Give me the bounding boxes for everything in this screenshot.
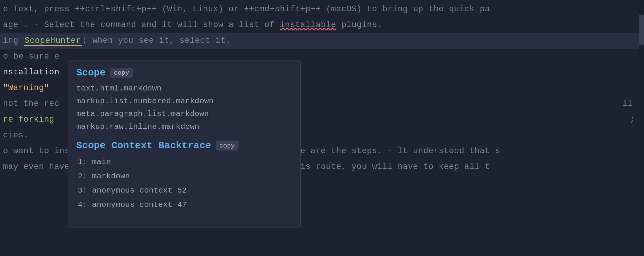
line1-or: or <box>228 5 239 14</box>
backtrace-list: 1: main 2: markdown 3: anonymous context… <box>76 155 292 212</box>
backtrace-num-2: 2: <box>78 172 87 181</box>
backtrace-item-4: 4: anonymous context 47 <box>76 198 292 212</box>
scope-item-1: text.html.markdown <box>76 82 292 95</box>
line1-text: e Text, press ++ctrl+shift+p++ (Win, Lin… <box>3 5 228 14</box>
editor-background: e Text, press ++ctrl+shift+p++ (Win, Lin… <box>0 0 644 256</box>
backtrace-text-4: anonymous context 47 <box>92 200 187 209</box>
line3-suffix: ; when you see it, select it. <box>82 36 231 45</box>
scope-copy-button[interactable]: copy <box>110 68 133 78</box>
backtrace-section: Scope Context Backtrace copy 1: main 2: … <box>76 140 292 212</box>
line6-text: "Warning" <box>3 83 49 93</box>
backtrace-copy-button[interactable]: copy <box>216 141 239 151</box>
backtrace-text-3: anonymous context 52 <box>92 186 187 195</box>
scope-item-3: meta.paragraph.list.markdown <box>76 108 292 120</box>
backtrace-num-4: 4: <box>78 200 87 209</box>
editor-line-2: age`. · Select the command and it will s… <box>0 17 644 33</box>
line9-text: cies. <box>3 131 29 140</box>
backtrace-item-1: 1: main <box>76 155 292 169</box>
scope-section-header: Scope copy <box>76 67 292 78</box>
line7-right: ll <box>623 96 633 112</box>
scope-hunter-popup: Scope copy text.html.markdown markup.lis… <box>68 60 301 227</box>
scope-hunter-word: ScopeHunter <box>24 36 82 46</box>
scope-item-4: markup.raw.inline.markdown <box>76 120 292 133</box>
backtrace-num-3: 3: <box>78 186 87 195</box>
line4-text: o be sure e <box>3 52 59 61</box>
line1-text2: ++cmd+shift+p++ (macOS) to bring up the … <box>239 5 490 14</box>
backtrace-section-header: Scope Context Backtrace copy <box>76 140 292 151</box>
line3-prefix: ing <box>3 36 24 45</box>
backtrace-text-1: main <box>92 158 111 166</box>
scroll-thumb[interactable] <box>639 15 644 45</box>
scrollbar[interactable] <box>639 0 644 256</box>
scope-list: text.html.markdown markup.list.numbered.… <box>76 82 292 133</box>
backtrace-num-1: 1: <box>78 158 87 166</box>
scope-title: Scope <box>76 67 106 78</box>
line8-text: re forking <box>3 115 54 124</box>
editor-line-1: e Text, press ++ctrl+shift+p++ (Win, Lin… <box>0 2 644 17</box>
backtrace-title: Scope Context Backtrace <box>76 140 211 151</box>
line5-text: nstallation <box>3 68 59 77</box>
line8-right: ; <box>630 112 635 128</box>
line7-text: not the rec <box>3 99 59 108</box>
backtrace-item-2: 2: markdown <box>76 169 292 184</box>
scope-item-2: markup.list.numbered.markdown <box>76 95 292 108</box>
backtrace-item-3: 3: anonymous context 52 <box>76 184 292 198</box>
line2-text: age`. · Select the command and it will s… <box>3 20 382 30</box>
scope-section: Scope copy text.html.markdown markup.lis… <box>76 67 292 133</box>
editor-line-3: ing ScopeHunter; when you see it, select… <box>0 33 644 49</box>
backtrace-text-2: markdown <box>92 172 130 181</box>
